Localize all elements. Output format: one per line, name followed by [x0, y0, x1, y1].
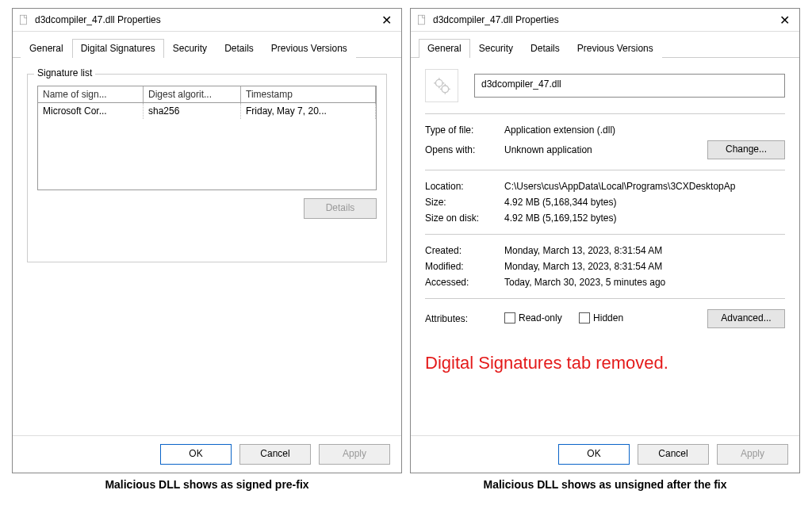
sig-name: Microsoft Cor...: [38, 103, 144, 119]
label-sod: Size on disk:: [425, 212, 504, 224]
window-title: d3dcompiler_47.dll Properties: [35, 14, 372, 25]
label-created: Created:: [425, 245, 504, 256]
caption-left: Malicious DLL shows as signed pre-fix: [105, 473, 308, 491]
ok-button[interactable]: OK: [160, 444, 232, 465]
signature-row[interactable]: Microsoft Cor... sha256 Friday, May 7, 2…: [38, 103, 376, 119]
label-modified: Modified:: [425, 261, 504, 272]
col-timestamp[interactable]: Timestamp: [241, 86, 376, 102]
svg-point-3: [435, 79, 442, 86]
annotation-text: Digital Signatures tab removed.: [425, 339, 785, 373]
value-size: 4.92 MB (5,168,344 bytes): [504, 197, 785, 208]
col-digest[interactable]: Digest algorit...: [144, 86, 241, 102]
value-opens: Unknown application: [504, 144, 707, 155]
filename-field[interactable]: d3dcompiler_47.dll: [474, 74, 785, 98]
sig-timestamp: Friday, May 7, 20...: [241, 103, 376, 119]
sig-digest: sha256: [144, 103, 241, 119]
tab-security[interactable]: Security: [470, 39, 522, 58]
label-accessed: Accessed:: [425, 277, 504, 288]
tab-previous-versions[interactable]: Previous Versions: [262, 39, 356, 58]
tab-content: Signature list Name of sign... Digest al…: [13, 58, 401, 435]
file-icon: [17, 13, 30, 26]
properties-dialog-left: d3dcompiler_47.dll Properties ✕ General …: [12, 8, 402, 473]
cancel-button[interactable]: Cancel: [638, 444, 709, 465]
label-attributes: Attributes:: [425, 313, 504, 324]
svg-rect-0: [20, 15, 26, 25]
signature-list-header: Name of sign... Digest algorit... Timest…: [38, 86, 376, 103]
label-location: Location:: [425, 181, 504, 192]
signature-list-group: Signature list Name of sign... Digest al…: [27, 74, 387, 262]
dialog-footer: OK Cancel Apply: [13, 435, 401, 473]
tab-bar: General Security Details Previous Versio…: [411, 32, 799, 58]
close-icon[interactable]: ✕: [377, 13, 396, 28]
caption-right: Malicious DLL shows as unsigned after th…: [483, 473, 726, 491]
value-type: Application extension (.dll): [504, 124, 785, 136]
tab-security[interactable]: Security: [164, 39, 216, 58]
ok-button[interactable]: OK: [558, 444, 630, 465]
value-modified: Monday, March 13, 2023, 8:31:54 AM: [504, 261, 785, 272]
value-location: C:\Users\cus\AppData\Local\Programs\3CXD…: [504, 181, 785, 192]
dialog-footer: OK Cancel Apply: [411, 435, 799, 473]
label-type: Type of file:: [425, 124, 504, 136]
hidden-label: Hidden: [593, 312, 623, 323]
window-title: d3dcompiler_47.dll Properties: [433, 14, 770, 25]
change-button[interactable]: Change...: [707, 140, 785, 159]
tab-digital-signatures[interactable]: Digital Signatures: [72, 39, 164, 58]
svg-point-4: [442, 86, 449, 93]
label-size: Size:: [425, 197, 504, 208]
svg-rect-2: [418, 15, 424, 25]
col-name[interactable]: Name of sign...: [38, 86, 144, 102]
readonly-label: Read-only: [519, 312, 562, 323]
tab-general[interactable]: General: [21, 39, 72, 58]
value-created: Monday, March 13, 2023, 8:31:54 AM: [504, 245, 785, 256]
titlebar: d3dcompiler_47.dll Properties ✕: [13, 9, 401, 32]
file-icon: [416, 13, 428, 26]
tab-previous-versions[interactable]: Previous Versions: [569, 39, 662, 58]
tab-bar: General Digital Signatures Security Deta…: [13, 32, 401, 58]
advanced-button[interactable]: Advanced...: [707, 309, 785, 328]
signature-list[interactable]: Name of sign... Digest algorit... Timest…: [37, 86, 377, 190]
properties-dialog-right: d3dcompiler_47.dll Properties ✕ General …: [410, 8, 800, 473]
value-sod: 4.92 MB (5,169,152 bytes): [504, 212, 785, 224]
details-button[interactable]: Details: [304, 198, 377, 219]
tab-details[interactable]: Details: [216, 39, 262, 58]
cancel-button[interactable]: Cancel: [239, 444, 311, 465]
apply-button[interactable]: Apply: [717, 444, 788, 465]
value-accessed: Today, March 30, 2023, 5 minutes ago: [504, 277, 785, 288]
filetype-icon: [425, 69, 458, 102]
close-icon[interactable]: ✕: [775, 13, 795, 28]
titlebar: d3dcompiler_47.dll Properties ✕: [411, 9, 799, 32]
tab-content: d3dcompiler_47.dll Type of file: Applica…: [411, 58, 799, 435]
apply-button[interactable]: Apply: [319, 444, 390, 465]
hidden-checkbox[interactable]: Hidden: [579, 312, 623, 323]
label-opens: Opens with:: [425, 144, 504, 155]
tab-general[interactable]: General: [419, 39, 470, 58]
tab-details[interactable]: Details: [522, 39, 569, 58]
readonly-checkbox[interactable]: Read-only: [504, 312, 562, 323]
signature-list-legend: Signature list: [34, 67, 95, 78]
